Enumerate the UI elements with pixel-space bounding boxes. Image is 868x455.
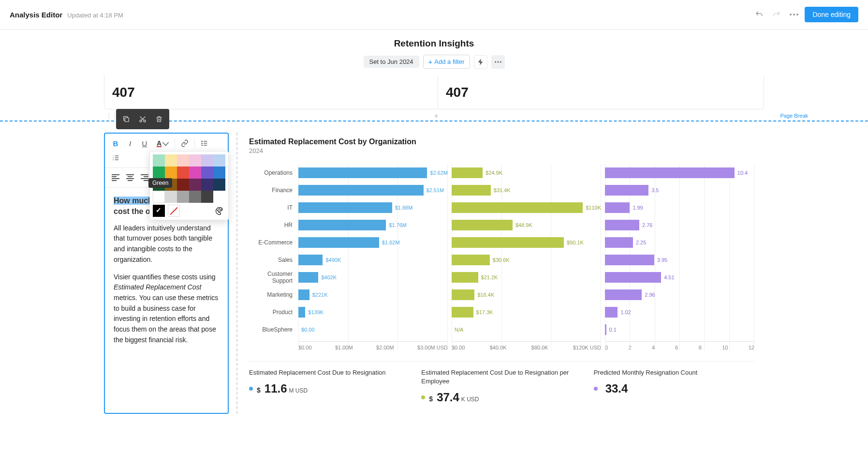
legend-item: Estimated Replacement Cost Due to Resign… xyxy=(421,368,582,404)
bar-row: 2.76 xyxy=(605,216,754,234)
color-swatch[interactable] xyxy=(213,167,225,179)
color-swatch[interactable] xyxy=(153,154,165,167)
bar[interactable] xyxy=(452,202,583,213)
copy-icon[interactable] xyxy=(119,112,133,126)
bar-row: $402K xyxy=(298,269,448,286)
delete-icon[interactable] xyxy=(152,112,166,126)
bar[interactable] xyxy=(605,185,648,196)
color-swatch[interactable] xyxy=(189,179,201,191)
bar[interactable] xyxy=(605,202,630,213)
color-swatch[interactable] xyxy=(177,179,189,191)
color-swatch[interactable] xyxy=(201,167,213,179)
bar-value-label: $2.51M xyxy=(427,187,444,193)
bar[interactable] xyxy=(452,272,478,283)
bar[interactable] xyxy=(605,237,633,248)
more-filters-icon[interactable] xyxy=(491,55,505,69)
color-swatch[interactable] xyxy=(165,154,177,167)
bar[interactable] xyxy=(452,289,474,300)
color-swatch[interactable] xyxy=(213,179,225,191)
color-swatch[interactable] xyxy=(201,154,213,167)
align-left-icon[interactable] xyxy=(109,171,122,184)
bar-row: $21.2K xyxy=(452,269,601,286)
kpi-card[interactable]: Predicted Resignation Count 407 xyxy=(438,76,764,109)
bar[interactable] xyxy=(605,289,642,300)
add-filter-button[interactable]: +Add a filter xyxy=(423,55,470,69)
drag-handle-icon[interactable]: ⋮⋮ xyxy=(105,112,117,120)
bar[interactable] xyxy=(452,237,564,248)
bar[interactable] xyxy=(605,220,639,230)
bar[interactable] xyxy=(452,220,513,230)
chart-block[interactable]: Estimated Replacement Cost by Organizati… xyxy=(236,133,764,414)
numbered-list-icon[interactable] xyxy=(109,151,122,165)
bar[interactable] xyxy=(452,185,491,196)
bar[interactable] xyxy=(452,255,490,265)
bar-value-label: $90.1K xyxy=(567,240,584,245)
text-block[interactable]: B I U A xyxy=(104,133,229,414)
color-picker-popover: Green xyxy=(149,151,229,220)
bar[interactable] xyxy=(605,324,606,335)
bar[interactable] xyxy=(298,307,305,318)
bar-row: 4.51 xyxy=(605,269,754,286)
legend-title: Estimated Replacement Cost Due to Resign… xyxy=(421,368,582,386)
bar[interactable] xyxy=(298,237,379,248)
color-swatch[interactable] xyxy=(177,167,189,179)
svg-point-8 xyxy=(144,120,146,122)
lightning-icon[interactable] xyxy=(474,55,487,69)
color-swatch-black[interactable] xyxy=(153,205,165,217)
bar[interactable] xyxy=(298,185,424,196)
color-swatch[interactable] xyxy=(189,167,201,179)
date-filter-chip[interactable]: Set to Jun 2024 xyxy=(364,56,419,68)
bar[interactable] xyxy=(298,167,427,178)
underline-icon[interactable]: U xyxy=(138,136,151,150)
italic-icon[interactable]: I xyxy=(123,136,137,150)
done-editing-button[interactable]: Done editing xyxy=(805,7,858,22)
bar[interactable] xyxy=(452,307,473,318)
bar-row: $24.9K xyxy=(452,164,601,182)
bar[interactable] xyxy=(298,272,318,283)
bar[interactable] xyxy=(298,255,323,265)
no-color-swatch[interactable] xyxy=(168,205,180,217)
color-swatch[interactable] xyxy=(201,179,213,191)
font-color-button[interactable]: A xyxy=(152,139,172,147)
updated-timestamp: Updated at 4:18 PM xyxy=(67,12,123,19)
svg-point-5 xyxy=(500,61,501,62)
color-swatch[interactable] xyxy=(153,191,165,203)
chart-series: 10.43.51.992.762.253.954.512.961.020.102… xyxy=(605,164,754,350)
plus-icon[interactable]: + xyxy=(434,112,443,121)
bar-value-label: $24.9K xyxy=(485,170,502,176)
bullet-list-icon[interactable] xyxy=(198,136,211,150)
cut-icon[interactable] xyxy=(135,112,150,126)
bar[interactable] xyxy=(605,272,661,283)
bar[interactable] xyxy=(605,255,654,265)
bar[interactable] xyxy=(298,289,309,300)
color-swatch[interactable] xyxy=(189,191,201,203)
color-swatch[interactable] xyxy=(177,191,189,203)
redo-icon[interactable] xyxy=(770,8,783,21)
category-label: Customer Support xyxy=(249,269,296,286)
bar[interactable] xyxy=(605,307,618,318)
color-swatch[interactable] xyxy=(213,154,225,167)
more-icon[interactable] xyxy=(787,8,801,21)
link-icon[interactable] xyxy=(178,136,191,150)
bar-value-label: 2.76 xyxy=(642,222,652,228)
color-swatch[interactable] xyxy=(201,191,213,203)
bar[interactable] xyxy=(298,220,386,230)
bold-icon[interactable]: B xyxy=(109,136,122,150)
align-center-icon[interactable] xyxy=(123,171,137,184)
svg-point-2 xyxy=(796,14,798,15)
color-swatch[interactable] xyxy=(165,167,177,179)
color-swatch[interactable] xyxy=(177,154,189,167)
svg-point-32 xyxy=(221,209,221,210)
undo-icon[interactable] xyxy=(752,8,766,21)
color-swatch[interactable] xyxy=(189,154,201,167)
bar-row: $139K xyxy=(298,303,448,321)
color-swatch[interactable] xyxy=(153,167,165,179)
custom-color-icon[interactable] xyxy=(213,205,225,217)
bar[interactable] xyxy=(605,167,735,178)
legend-value: 11.6 xyxy=(265,382,287,395)
bar-row: 3.5 xyxy=(605,182,754,199)
color-swatch[interactable] xyxy=(165,191,177,203)
kpi-card[interactable]: Predicted Resignation Count 407 xyxy=(104,76,430,109)
bar[interactable] xyxy=(452,167,483,178)
bar[interactable] xyxy=(298,202,392,213)
